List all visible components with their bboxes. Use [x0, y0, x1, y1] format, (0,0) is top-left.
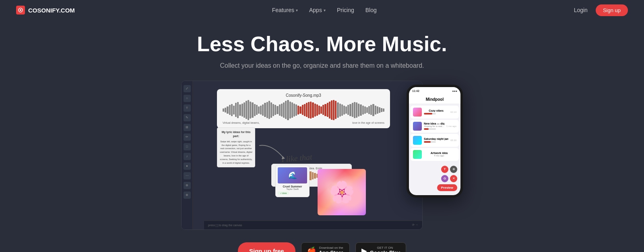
phone-content-3: Artwork idea 4 mo ago [424, 152, 454, 157]
tool-more[interactable]: ⋯ [184, 172, 191, 179]
nav-links: Features ▾ Apps ▾ Pricing Blog [272, 7, 377, 13]
googleplay-button[interactable]: ▶ GET IT ON Google Play [355, 242, 406, 252]
song-btn: ✓ done [278, 192, 289, 195]
nav-pricing[interactable]: Pricing [337, 7, 354, 13]
phone-action-area: T ⊕ G ✕ Preview [437, 166, 457, 191]
note-card: My lyric ideas for this part: Swipe left… [217, 127, 255, 168]
collab-icon-close[interactable]: ✕ [450, 175, 457, 182]
phone-title-1: New idea — digital [424, 122, 444, 125]
phone-bar-1 [424, 128, 436, 130]
flower-overlay: 🌸 [318, 169, 366, 215]
phone-thumb-1 [413, 122, 422, 131]
phone-bar-0 [424, 113, 436, 115]
phone-item-2: Saturday night jam 08:30 [411, 134, 459, 147]
phone-screen: 11:42 ●●● Mindpool Cozy vibes 02:14 [409, 87, 460, 195]
login-button[interactable]: Login [574, 7, 588, 13]
song-art: 🌊 [278, 167, 307, 183]
song-artist: Taylor Swift [278, 188, 307, 190]
phone-icons: ●●● [452, 90, 457, 92]
features-chevron-icon: ▾ [296, 8, 298, 12]
cta-buttons: Sign up free 🍎 Download on the App Store… [238, 242, 406, 252]
waveform-visual [223, 100, 384, 120]
navbar: COSONIFY.COM Features ▾ Apps ▾ Pricing B… [0, 0, 644, 20]
collab-icon-g: G [441, 175, 448, 182]
phone-mockup: 11:42 ●●● Mindpool Cozy vibes 02:14 [407, 85, 463, 198]
screenshot-zone: ⤢ ○ T ✎ ⊞ ✏ □ ♪ ● ⋯ ⊕ ⊗ Cosonify-Song.mp… [181, 81, 463, 232]
appstore-button[interactable]: 🍎 Download on the App Store [301, 242, 350, 252]
phone-preview-btn[interactable]: Preview [437, 184, 457, 191]
apple-icon: 🍎 [307, 246, 316, 252]
phone-item-1: New idea — digital Hoping for a real... … [411, 120, 459, 133]
handwriting-text: I like that [281, 152, 312, 165]
phone-title-2: Saturday night jam [424, 137, 448, 140]
phone-thumb-2 [413, 136, 422, 145]
phone-content-2: Saturday night jam [424, 137, 448, 143]
toolbar: ⤢ ○ T ✎ ⊞ ✏ □ ♪ ● ⋯ ⊕ ⊗ [182, 81, 193, 229]
phone-collab-icons: T ⊕ [441, 166, 457, 173]
phone-bar-2 [424, 141, 436, 143]
tool-move[interactable]: ⤢ [184, 85, 191, 92]
phone-collab-icons-2: G ✕ [441, 175, 457, 182]
logo-icon [16, 6, 25, 15]
cta-area: Sign up free 🍎 Download on the App Store… [0, 233, 644, 252]
nav-right: Login Sign up [574, 4, 628, 16]
phone-meta-1: 1 mo ago [446, 125, 456, 127]
hero-subtitle: Collect your ideas on the go, organize a… [0, 62, 644, 69]
phone-item-0: Cozy vibes 02:14 [411, 106, 459, 119]
phone-meta-2: 08:30 [450, 139, 456, 142]
flower-emoji: 🌸 [329, 180, 355, 204]
apps-chevron-icon: ▾ [324, 8, 326, 12]
signup-button[interactable]: Sign up [596, 4, 628, 16]
note-title: My lyric ideas for this part: [220, 130, 252, 139]
tool-zoom[interactable]: ⊕ [184, 182, 191, 189]
phone-item-3: Artwork idea 4 mo ago [411, 148, 459, 161]
waveform-labels: Virtual dreams, digital beams, love in t… [223, 121, 384, 124]
phone-list: Cozy vibes 02:14 New idea — digital Hopi… [409, 104, 460, 164]
nav-features[interactable]: Features ▾ [272, 7, 298, 13]
googleplay-text: GET IT ON Google Play [370, 246, 400, 252]
phone-title-3: Artwork idea [424, 152, 454, 154]
note-content: Swipe left, swipe right, caught in the d… [220, 140, 252, 165]
phone-content-1: New idea — digital Hoping for a real... [424, 122, 444, 130]
phone-sub-1: Hoping for a real... [424, 125, 444, 127]
phone-sub-3: 4 mo ago [424, 154, 454, 157]
flower-photo: 🌸 [318, 169, 366, 215]
phone-meta-0: 02:14 [450, 111, 456, 113]
appstore-text: Download on the App Store [319, 246, 344, 252]
signup-free-button[interactable]: Sign up free [238, 242, 295, 252]
app-screenshot: ⤢ ○ T ✎ ⊞ ✏ □ ♪ ● ⋯ ⊕ ⊗ Cosonify-Song.mp… [181, 81, 423, 230]
phone-app-name: Mindpool [412, 97, 457, 102]
phone-thumb-0 [413, 108, 422, 117]
song-title: Cruel Summer [278, 185, 307, 188]
tool-image[interactable]: ⊞ [184, 124, 191, 131]
tool-circle[interactable]: ● [184, 162, 191, 170]
canvas-hint: press [ ] to drag the canvas [208, 224, 242, 227]
phone-header: Mindpool [409, 95, 460, 104]
collab-icon-t: T [441, 166, 448, 173]
nav-apps[interactable]: Apps ▾ [309, 7, 326, 13]
tool-media[interactable]: ♪ [184, 153, 191, 160]
phone-content-0: Cozy vibes [424, 109, 448, 115]
tool-pen[interactable]: ✎ [184, 114, 191, 121]
tool-text[interactable]: T [184, 104, 191, 112]
canvas-bottom-bar: press [ ] to drag the canvas ⟳ → [204, 221, 422, 229]
waveform-title: Cosonify-Song.mp3 [223, 93, 384, 98]
logo[interactable]: COSONIFY.COM [16, 6, 75, 15]
phone-status-bar: 11:42 ●●● [409, 87, 460, 95]
hero-title: Less Chaos. More Music. [0, 32, 644, 56]
waveform-card: Cosonify-Song.mp3 Virtual dreams, digita… [217, 89, 390, 128]
hero-section: Less Chaos. More Music. Collect your ide… [0, 20, 644, 252]
tool-select[interactable]: ○ [184, 95, 191, 102]
nav-blog[interactable]: Blog [365, 7, 377, 13]
canvas-controls: ⟳ → [412, 223, 418, 227]
google-play-icon: ▶ [361, 246, 367, 252]
svg-point-1 [20, 9, 21, 11]
tool-link[interactable]: ⊗ [184, 192, 191, 199]
phone-time: 11:42 [412, 90, 419, 92]
canvas-area: Cosonify-Song.mp3 Virtual dreams, digita… [193, 81, 422, 229]
tool-draw[interactable]: ✏ [184, 133, 191, 141]
phone-title-0: Cozy vibes [424, 109, 448, 112]
tool-shape[interactable]: □ [184, 143, 191, 150]
song-card: 🌊 Cruel Summer Taylor Swift ✓ done [275, 165, 310, 197]
logo-text: COSONIFY.COM [28, 7, 75, 14]
